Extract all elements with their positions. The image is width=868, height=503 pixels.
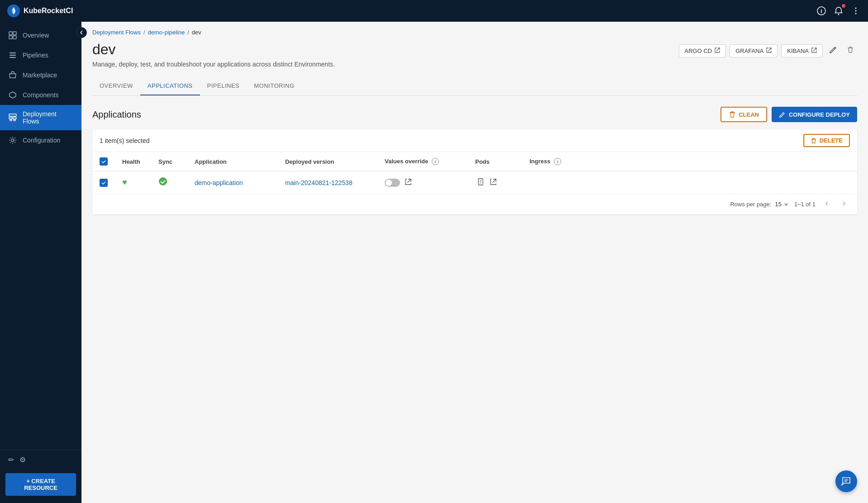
col-header-checkbox: [92, 152, 115, 171]
sidebar-toggle[interactable]: [76, 27, 87, 38]
sync-check-icon: [158, 179, 167, 188]
prev-page-button[interactable]: [821, 199, 833, 210]
kibana-button[interactable]: KIBANA: [781, 44, 823, 57]
top-nav-actions: i: [816, 6, 861, 16]
main-layout: Overview Pipelines Marketplace Component…: [0, 22, 868, 503]
svg-rect-9: [9, 36, 12, 39]
page-description: Manage, deploy, test, and troubleshoot y…: [92, 61, 335, 68]
grafana-label: GRAFANA: [735, 47, 763, 54]
components-icon: [8, 90, 17, 100]
svg-point-19: [11, 139, 14, 142]
rows-per-page-label: Rows per page:: [730, 201, 771, 208]
create-resource-button[interactable]: + CREATE RESOURCE: [5, 473, 76, 496]
ingress-info-icon[interactable]: i: [554, 158, 561, 165]
application-link[interactable]: demo-application: [195, 179, 243, 186]
tab-applications[interactable]: APPLICATIONS: [140, 77, 200, 95]
chat-fab-button[interactable]: [835, 470, 857, 492]
col-header-pods: Pods: [468, 152, 522, 171]
next-page-button[interactable]: [838, 199, 850, 210]
rows-per-page-value: 15: [775, 201, 782, 208]
svg-point-21: [159, 177, 167, 185]
svg-point-4: [855, 8, 857, 9]
configure-deploy-button[interactable]: CONFIGURE DEPLOY: [772, 107, 857, 122]
logo-icon: [7, 5, 20, 17]
row-ingress-cell: [522, 171, 857, 194]
page-title: dev: [92, 41, 335, 58]
marketplace-icon: [8, 71, 17, 80]
applications-table: Health Sync Application Deployed version…: [92, 152, 857, 194]
more-menu-icon[interactable]: [851, 6, 861, 16]
sidebar-item-pipelines[interactable]: Pipelines: [0, 45, 81, 65]
edit-icon[interactable]: ✏: [8, 456, 14, 464]
col-header-values: Values override i: [377, 152, 468, 171]
argo-cd-label: ARGO CD: [685, 47, 712, 54]
configure-deploy-label: CONFIGURE DEPLOY: [789, 111, 850, 118]
top-nav: KubeRocketCI i: [0, 0, 868, 22]
notification-badge: [842, 4, 845, 8]
values-info-icon[interactable]: i: [432, 158, 439, 165]
svg-rect-10: [13, 36, 16, 39]
svg-rect-20: [730, 112, 735, 113]
col-header-version: Deployed version: [278, 152, 377, 171]
sidebar-item-components[interactable]: Components: [0, 85, 81, 105]
overview-label: Overview: [23, 32, 49, 39]
page-info: 1–1 of 1: [794, 201, 816, 208]
components-label: Components: [23, 91, 58, 99]
pods-file-btn[interactable]: [475, 177, 486, 188]
svg-rect-16: [13, 117, 16, 119]
applications-section-title: Applications: [92, 109, 141, 120]
rows-per-page-select[interactable]: 15: [775, 201, 789, 208]
sidebar-item-overview[interactable]: Overview: [0, 25, 81, 45]
content: Deployment Flows / demo-pipeline / dev d…: [81, 22, 868, 503]
settings-bottom-icon[interactable]: ⚙: [19, 456, 26, 464]
sidebar-bottom: ✏ ⚙: [0, 450, 81, 470]
pagination: Rows per page: 15 1–1 of 1: [92, 194, 857, 214]
breadcrumb-demo-pipeline[interactable]: demo-pipeline: [148, 29, 185, 36]
svg-rect-18: [14, 119, 15, 121]
pods-ext-btn[interactable]: [488, 177, 499, 188]
marketplace-label: Marketplace: [23, 71, 57, 79]
configuration-label: Configuration: [23, 137, 60, 144]
svg-rect-14: [9, 114, 16, 116]
svg-rect-17: [10, 119, 12, 121]
edit-page-button[interactable]: [826, 43, 840, 59]
svg-rect-15: [9, 117, 12, 119]
svg-rect-8: [13, 32, 16, 35]
info-nav-icon[interactable]: i: [816, 6, 826, 16]
deployment-flows-icon: [8, 113, 17, 122]
sidebar-item-marketplace[interactable]: Marketplace: [0, 65, 81, 85]
tab-monitoring[interactable]: MONITORING: [247, 77, 301, 95]
row-values-cell: [377, 171, 468, 194]
tab-pipelines[interactable]: PIPELINES: [200, 77, 247, 95]
breadcrumb-sep-2: /: [187, 29, 189, 36]
notifications-icon[interactable]: [834, 6, 844, 16]
page-header-left: dev Manage, deploy, test, and troublesho…: [92, 41, 335, 68]
col-header-ingress: Ingress i: [522, 152, 857, 171]
sidebar-item-configuration[interactable]: Configuration: [0, 130, 81, 150]
tab-overview[interactable]: OVERVIEW: [92, 77, 140, 95]
rows-per-page: Rows per page: 15: [730, 201, 789, 208]
svg-point-3: [838, 14, 839, 15]
version-link[interactable]: main-20240821-122538: [285, 179, 353, 186]
section-header: Applications CLEAN CONFIGURE DEPLOY: [92, 107, 857, 122]
values-toggle[interactable]: [385, 179, 400, 187]
row-checkbox[interactable]: [100, 179, 108, 187]
breadcrumb-sep-1: /: [143, 29, 145, 36]
delete-button[interactable]: DELETE: [803, 134, 850, 147]
delete-page-button[interactable]: [844, 43, 857, 59]
grafana-button[interactable]: GRAFANA: [730, 44, 777, 57]
clean-button[interactable]: CLEAN: [720, 107, 767, 122]
argo-cd-button[interactable]: ARGO CD: [679, 44, 726, 57]
breadcrumb-deployment-flows[interactable]: Deployment Flows: [92, 29, 141, 36]
col-header-sync: Sync: [151, 152, 187, 171]
svg-rect-12: [10, 55, 16, 56]
page-header: dev Manage, deploy, test, and troublesho…: [92, 41, 857, 68]
svg-rect-13: [10, 57, 16, 58]
sidebar-nav: Overview Pipelines Marketplace Component…: [0, 22, 81, 450]
row-version-cell: main-20240821-122538: [278, 171, 377, 194]
clean-label: CLEAN: [739, 111, 759, 118]
select-all-checkbox[interactable]: [100, 157, 108, 166]
sidebar-item-deployment-flows[interactable]: Deployment Flows: [0, 105, 81, 130]
col-header-application: Application: [187, 152, 278, 171]
values-external-link-btn[interactable]: [403, 177, 414, 188]
